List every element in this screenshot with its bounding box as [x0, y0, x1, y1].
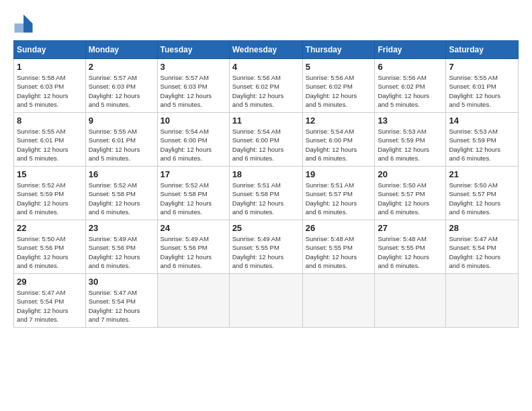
day-number: 4 [232, 62, 300, 72]
day-cell: 29Sunrise: 5:47 AM Sunset: 5:54 PM Dayli… [14, 274, 86, 328]
day-cell: 19Sunrise: 5:51 AM Sunset: 5:57 PM Dayli… [302, 167, 375, 220]
day-info: Sunrise: 5:55 AM Sunset: 6:01 PM Dayligh… [89, 127, 154, 163]
day-cell: 22Sunrise: 5:50 AM Sunset: 5:56 PM Dayli… [14, 220, 86, 274]
day-info: Sunrise: 5:49 AM Sunset: 5:56 PM Dayligh… [161, 234, 226, 270]
header-cell-thursday: Thursday [302, 41, 375, 59]
calendar-table: SundayMondayTuesdayWednesdayThursdayFrid… [13, 40, 519, 328]
day-info: Sunrise: 5:57 AM Sunset: 6:03 PM Dayligh… [161, 73, 226, 109]
header-cell-monday: Monday [85, 41, 157, 59]
day-cell: 1Sunrise: 5:58 AM Sunset: 6:03 PM Daylig… [14, 59, 86, 113]
calendar-body: 1Sunrise: 5:58 AM Sunset: 6:03 PM Daylig… [14, 59, 519, 328]
day-info: Sunrise: 5:51 AM Sunset: 5:58 PM Dayligh… [232, 181, 300, 216]
day-number: 14 [449, 116, 515, 126]
day-number: 28 [449, 223, 515, 233]
day-cell [229, 274, 302, 328]
day-number: 5 [306, 62, 372, 72]
day-cell: 30Sunrise: 5:47 AM Sunset: 5:54 PM Dayli… [85, 274, 157, 328]
day-info: Sunrise: 5:54 AM Sunset: 6:00 PM Dayligh… [232, 127, 300, 163]
day-cell: 13Sunrise: 5:53 AM Sunset: 5:59 PM Dayli… [375, 113, 446, 167]
day-cell [302, 274, 375, 328]
day-info: Sunrise: 5:56 AM Sunset: 6:02 PM Dayligh… [306, 73, 372, 109]
week-row-1: 1Sunrise: 5:58 AM Sunset: 6:03 PM Daylig… [14, 59, 519, 113]
day-number: 26 [306, 223, 372, 233]
day-cell: 5Sunrise: 5:56 AM Sunset: 6:02 PM Daylig… [302, 59, 375, 113]
day-cell: 12Sunrise: 5:54 AM Sunset: 6:00 PM Dayli… [302, 113, 375, 167]
day-cell: 20Sunrise: 5:50 AM Sunset: 5:57 PM Dayli… [375, 167, 446, 220]
day-number: 16 [89, 169, 154, 179]
day-cell [446, 274, 519, 328]
day-number: 17 [161, 169, 226, 179]
day-info: Sunrise: 5:56 AM Sunset: 6:02 PM Dayligh… [378, 73, 443, 109]
header-cell-saturday: Saturday [446, 41, 519, 59]
day-cell: 7Sunrise: 5:55 AM Sunset: 6:01 PM Daylig… [446, 59, 519, 113]
day-info: Sunrise: 5:50 AM Sunset: 5:57 PM Dayligh… [449, 181, 515, 216]
day-info: Sunrise: 5:52 AM Sunset: 5:59 PM Dayligh… [17, 181, 83, 216]
day-info: Sunrise: 5:47 AM Sunset: 5:54 PM Dayligh… [17, 288, 83, 324]
day-cell: 27Sunrise: 5:48 AM Sunset: 5:55 PM Dayli… [375, 220, 446, 274]
header [13, 13, 519, 34]
day-cell: 15Sunrise: 5:52 AM Sunset: 5:59 PM Dayli… [14, 167, 86, 220]
day-number: 1 [17, 62, 83, 72]
header-cell-tuesday: Tuesday [157, 41, 229, 59]
svg-marker-0 [24, 15, 33, 24]
day-number: 29 [17, 277, 83, 287]
day-number: 20 [378, 169, 443, 179]
day-cell: 4Sunrise: 5:56 AM Sunset: 6:02 PM Daylig… [229, 59, 302, 113]
day-info: Sunrise: 5:48 AM Sunset: 5:55 PM Dayligh… [306, 234, 372, 270]
day-number: 10 [161, 116, 226, 126]
day-number: 11 [232, 116, 300, 126]
week-row-2: 8Sunrise: 5:55 AM Sunset: 6:01 PM Daylig… [14, 113, 519, 167]
day-number: 8 [17, 116, 83, 126]
day-info: Sunrise: 5:54 AM Sunset: 6:00 PM Dayligh… [161, 127, 226, 163]
day-info: Sunrise: 5:53 AM Sunset: 5:59 PM Dayligh… [378, 127, 443, 163]
day-number: 30 [89, 277, 154, 287]
day-cell: 26Sunrise: 5:48 AM Sunset: 5:55 PM Dayli… [302, 220, 375, 274]
svg-marker-2 [15, 24, 24, 33]
day-cell: 3Sunrise: 5:57 AM Sunset: 6:03 PM Daylig… [157, 59, 229, 113]
day-number: 9 [89, 116, 154, 126]
day-info: Sunrise: 5:55 AM Sunset: 6:01 PM Dayligh… [449, 73, 515, 109]
day-info: Sunrise: 5:48 AM Sunset: 5:55 PM Dayligh… [378, 234, 443, 270]
logo-icon [13, 13, 34, 34]
day-info: Sunrise: 5:54 AM Sunset: 6:00 PM Dayligh… [306, 127, 372, 163]
day-number: 12 [306, 116, 372, 126]
day-cell: 24Sunrise: 5:49 AM Sunset: 5:56 PM Dayli… [157, 220, 229, 274]
day-info: Sunrise: 5:53 AM Sunset: 5:59 PM Dayligh… [449, 127, 515, 163]
day-cell [375, 274, 446, 328]
day-number: 7 [449, 62, 515, 72]
day-cell: 8Sunrise: 5:55 AM Sunset: 6:01 PM Daylig… [14, 113, 86, 167]
day-number: 2 [89, 62, 154, 72]
day-number: 19 [306, 169, 372, 179]
calendar-header: SundayMondayTuesdayWednesdayThursdayFrid… [14, 41, 519, 59]
week-row-3: 15Sunrise: 5:52 AM Sunset: 5:59 PM Dayli… [14, 167, 519, 220]
day-cell: 2Sunrise: 5:57 AM Sunset: 6:03 PM Daylig… [85, 59, 157, 113]
day-cell: 6Sunrise: 5:56 AM Sunset: 6:02 PM Daylig… [375, 59, 446, 113]
day-info: Sunrise: 5:52 AM Sunset: 5:58 PM Dayligh… [161, 181, 226, 216]
day-cell: 25Sunrise: 5:49 AM Sunset: 5:55 PM Dayli… [229, 220, 302, 274]
week-row-5: 29Sunrise: 5:47 AM Sunset: 5:54 PM Dayli… [14, 274, 519, 328]
day-info: Sunrise: 5:47 AM Sunset: 5:54 PM Dayligh… [449, 234, 515, 270]
day-info: Sunrise: 5:58 AM Sunset: 6:03 PM Dayligh… [17, 73, 83, 109]
day-cell: 21Sunrise: 5:50 AM Sunset: 5:57 PM Dayli… [446, 167, 519, 220]
day-cell: 17Sunrise: 5:52 AM Sunset: 5:58 PM Dayli… [157, 167, 229, 220]
day-cell: 28Sunrise: 5:47 AM Sunset: 5:54 PM Dayli… [446, 220, 519, 274]
day-number: 25 [232, 223, 300, 233]
day-cell: 16Sunrise: 5:52 AM Sunset: 5:58 PM Dayli… [85, 167, 157, 220]
day-info: Sunrise: 5:49 AM Sunset: 5:56 PM Dayligh… [89, 234, 154, 270]
week-row-4: 22Sunrise: 5:50 AM Sunset: 5:56 PM Dayli… [14, 220, 519, 274]
day-cell: 23Sunrise: 5:49 AM Sunset: 5:56 PM Dayli… [85, 220, 157, 274]
day-number: 3 [161, 62, 226, 72]
day-info: Sunrise: 5:52 AM Sunset: 5:58 PM Dayligh… [89, 181, 154, 216]
day-info: Sunrise: 5:57 AM Sunset: 6:03 PM Dayligh… [89, 73, 154, 109]
svg-marker-1 [24, 24, 33, 33]
header-cell-friday: Friday [375, 41, 446, 59]
day-cell: 14Sunrise: 5:53 AM Sunset: 5:59 PM Dayli… [446, 113, 519, 167]
day-number: 18 [232, 169, 300, 179]
day-cell [157, 274, 229, 328]
day-number: 13 [378, 116, 443, 126]
day-info: Sunrise: 5:50 AM Sunset: 5:57 PM Dayligh… [378, 181, 443, 216]
day-info: Sunrise: 5:49 AM Sunset: 5:55 PM Dayligh… [232, 234, 300, 270]
day-number: 24 [161, 223, 226, 233]
day-cell: 11Sunrise: 5:54 AM Sunset: 6:00 PM Dayli… [229, 113, 302, 167]
logo [13, 13, 35, 34]
